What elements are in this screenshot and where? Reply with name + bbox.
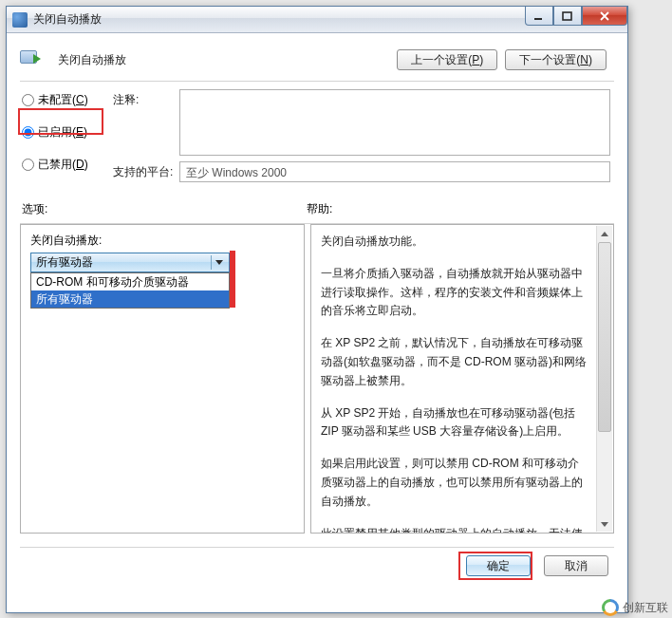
options-title: 关闭自动播放: — [30, 233, 294, 249]
watermark: 创新互联 — [602, 599, 668, 616]
options-label: 选项: — [22, 201, 307, 217]
policy-icon — [20, 48, 50, 71]
notes-textarea[interactable] — [179, 89, 610, 156]
minimize-button[interactable] — [525, 7, 553, 26]
maximize-button[interactable] — [553, 7, 582, 26]
titlebar[interactable]: 关闭自动播放 — [7, 7, 627, 33]
autoplay-off-combobox[interactable]: 所有驱动器 — [30, 253, 230, 272]
next-setting-button[interactable]: 下一个设置(N) — [505, 49, 607, 70]
radio-input[interactable] — [22, 159, 34, 171]
scroll-thumb[interactable] — [598, 242, 611, 432]
svg-rect-1 — [563, 12, 571, 20]
platform-label: 支持的平台: — [113, 161, 179, 180]
platform-value: 至少 Windows 2000 — [179, 161, 610, 182]
scrollbar[interactable] — [596, 226, 612, 532]
help-paragraph: 关闭自动播放功能。 — [321, 233, 587, 252]
help-paragraph: 此设置禁用其他类型的驱动器上的自动播放。无法使用此设置在默认情况下已禁用的自动播… — [321, 525, 587, 534]
notes-label: 注释: — [113, 89, 179, 108]
dialog-window: 关闭自动播放 关闭自动播放 — [6, 6, 628, 613]
watermark-logo-icon — [602, 599, 619, 616]
help-paragraph: 在 XP SP2 之前，默认情况下，自动播放在可移动驱动器(如软盘驱动器，而不是… — [321, 334, 587, 390]
window-title: 关闭自动播放 — [33, 11, 102, 28]
scroll-up-icon[interactable] — [598, 226, 611, 241]
page-title: 关闭自动播放 — [58, 52, 126, 68]
svg-rect-0 — [534, 18, 542, 20]
radio-disabled[interactable]: 已禁用(D) — [22, 154, 113, 175]
combo-item-selected[interactable]: 所有驱动器 — [31, 290, 229, 308]
combo-item[interactable]: CD-ROM 和可移动介质驱动器 — [31, 273, 229, 290]
radio-input[interactable] — [22, 94, 34, 106]
help-paragraph: 一旦将介质插入驱动器，自动播放就开始从驱动器中进行读取操作。这样，程序的安装文件… — [321, 265, 587, 321]
radio-not-configured[interactable]: 未配置(C) — [22, 89, 113, 110]
options-panel: 关闭自动播放: 所有驱动器 CD-ROM 和可移动介质驱动器 所有驱动器 — [20, 224, 305, 534]
help-paragraph: 从 XP SP2 开始，自动播放也在可移动驱动器(包括 ZIP 驱动器和某些 U… — [321, 404, 587, 442]
cancel-button[interactable]: 取消 — [544, 555, 608, 576]
help-label: 帮助: — [307, 201, 332, 217]
close-button[interactable] — [582, 7, 627, 26]
ok-button[interactable]: 确定 — [466, 555, 531, 576]
help-panel: 关闭自动播放功能。 一旦将介质插入驱动器，自动播放就开始从驱动器中进行读取操作。… — [310, 224, 614, 534]
prev-setting-button[interactable]: 上一个设置(P) — [397, 49, 497, 70]
chevron-down-icon — [211, 255, 226, 270]
scroll-down-icon[interactable] — [598, 516, 611, 532]
radio-input[interactable] — [22, 126, 34, 139]
help-paragraph: 如果启用此设置，则可以禁用 CD-ROM 和可移动介质驱动器上的自动播放，也可以… — [321, 455, 587, 511]
radio-enabled[interactable]: 已启用(E) — [22, 122, 113, 142]
app-icon — [12, 12, 28, 28]
combobox-dropdown: CD-ROM 和可移动介质驱动器 所有驱动器 — [30, 272, 230, 309]
